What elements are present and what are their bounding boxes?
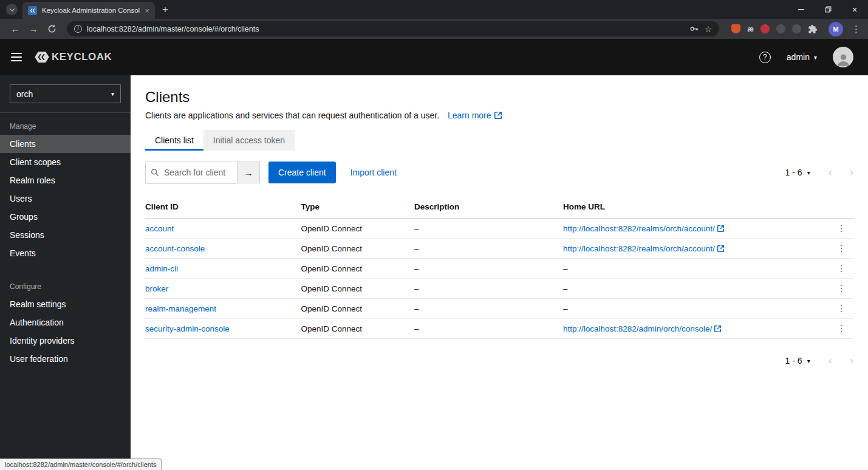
extension-icon[interactable] bbox=[792, 24, 801, 33]
password-key-icon[interactable] bbox=[689, 24, 699, 33]
pagination-range[interactable]: 1 - 6 ▾ bbox=[785, 168, 810, 177]
hamburger-menu-icon[interactable] bbox=[11, 53, 22, 61]
sidebar-item-identity-providers[interactable]: Identity providers bbox=[0, 332, 131, 350]
keycloak-favicon bbox=[28, 6, 37, 15]
extensions-row: æ bbox=[731, 24, 818, 34]
chevron-down-icon: ▾ bbox=[814, 54, 817, 61]
sidebar-item-groups[interactable]: Groups bbox=[0, 208, 131, 226]
pagination-prev-icon[interactable]: ‹ bbox=[829, 166, 832, 179]
search-group: → bbox=[145, 162, 260, 183]
client-id-link[interactable]: realm-management bbox=[145, 304, 216, 313]
extension-icon[interactable] bbox=[760, 24, 770, 33]
reload-button[interactable] bbox=[44, 24, 60, 33]
pagination-top: 1 - 6 ▾ ‹ › bbox=[785, 166, 853, 179]
tab-initial-access-token[interactable]: Initial access token bbox=[203, 130, 295, 151]
keycloak-logo-icon bbox=[34, 49, 50, 65]
chevron-down-icon: ▾ bbox=[111, 90, 114, 97]
pagination-next-icon[interactable]: › bbox=[850, 166, 853, 179]
client-id-link[interactable]: admin-cli bbox=[145, 264, 178, 273]
home-url-link[interactable]: http://localhost:8282/realms/orch/accoun… bbox=[563, 224, 724, 233]
home-url-cell: – bbox=[563, 259, 818, 279]
browser-tab[interactable]: Keycloak Administration Console × bbox=[22, 2, 155, 19]
actions-cell: ⋮ bbox=[818, 219, 853, 239]
tab-clients-list[interactable]: Clients list bbox=[145, 130, 203, 151]
sidebar-item-client-scopes[interactable]: Client scopes bbox=[0, 153, 131, 171]
realm-selector[interactable]: orch ▾ bbox=[10, 84, 121, 103]
search-arrow-button[interactable]: → bbox=[237, 162, 260, 183]
home-url-cell: – bbox=[563, 279, 818, 299]
kebab-menu-icon[interactable]: ⋮ bbox=[835, 263, 849, 273]
client-type-cell: OpenID Connect bbox=[301, 299, 415, 319]
sidebar-item-authentication[interactable]: Authentication bbox=[0, 313, 131, 332]
home-url-cell: – bbox=[563, 299, 818, 319]
actions-cell: ⋮ bbox=[818, 279, 853, 299]
extension-icon[interactable] bbox=[776, 24, 785, 33]
home-url-link[interactable]: http://localhost:8282/admin/orch/console… bbox=[563, 324, 721, 333]
client-description-cell: – bbox=[414, 299, 563, 319]
home-url-link[interactable]: http://localhost:8282/realms/orch/accoun… bbox=[563, 244, 724, 253]
sidebar-item-users[interactable]: Users bbox=[0, 189, 131, 208]
actions-cell: ⋮ bbox=[818, 259, 853, 279]
kebab-menu-icon[interactable]: ⋮ bbox=[835, 303, 849, 313]
extensions-puzzle-icon[interactable] bbox=[808, 24, 818, 34]
kebab-menu-icon[interactable]: ⋮ bbox=[835, 283, 849, 293]
browser-profile-avatar[interactable]: M bbox=[829, 22, 843, 36]
pagination-range[interactable]: 1 - 6 ▾ bbox=[785, 356, 810, 366]
client-id-cell: realm-management bbox=[145, 299, 301, 319]
help-icon[interactable]: ? bbox=[759, 52, 771, 63]
sidebar-section-label: Manage bbox=[0, 113, 131, 135]
client-type-cell: OpenID Connect bbox=[301, 259, 415, 279]
user-menu[interactable]: admin ▾ bbox=[787, 52, 817, 62]
new-tab-button[interactable]: + bbox=[162, 4, 168, 16]
client-id-link[interactable]: account bbox=[145, 224, 174, 233]
actions-cell: ⋮ bbox=[818, 319, 853, 339]
bookmark-star-icon[interactable]: ☆ bbox=[705, 24, 713, 34]
chevron-down-icon: ▾ bbox=[807, 169, 810, 176]
pagination-next-icon[interactable]: › bbox=[850, 355, 853, 367]
status-bar: localhost:8282/admin/master/console/#/or… bbox=[0, 458, 162, 470]
import-client-link[interactable]: Import client bbox=[350, 168, 397, 177]
browser-menu-icon[interactable]: ⋮ bbox=[852, 24, 861, 35]
client-type-cell: OpenID Connect bbox=[301, 279, 415, 299]
external-link-icon bbox=[714, 325, 721, 332]
sidebar-item-realm-roles[interactable]: Realm roles bbox=[0, 171, 131, 189]
kebab-menu-icon[interactable]: ⋮ bbox=[835, 243, 849, 253]
back-button[interactable]: ← bbox=[7, 24, 23, 34]
table-row: accountOpenID Connect–http://localhost:8… bbox=[145, 219, 853, 239]
site-info-icon[interactable]: i bbox=[74, 25, 82, 33]
restore-button[interactable] bbox=[815, 0, 841, 19]
sidebar-item-clients[interactable]: Clients bbox=[0, 135, 131, 153]
extension-icon[interactable] bbox=[731, 24, 740, 33]
sidebar-item-user-federation[interactable]: User federation bbox=[0, 350, 131, 368]
pagination-prev-icon[interactable]: ‹ bbox=[829, 355, 832, 367]
sidebar-item-realm-settings[interactable]: Realm settings bbox=[0, 295, 131, 313]
address-bar[interactable]: i localhost:8282/admin/master/console/#/… bbox=[67, 21, 719, 36]
keycloak-masthead: KEYCLOAK ? admin ▾ bbox=[0, 39, 868, 75]
kebab-menu-icon[interactable]: ⋮ bbox=[835, 223, 849, 233]
clients-table-body: accountOpenID Connect–http://localhost:8… bbox=[145, 219, 853, 339]
person-icon bbox=[835, 51, 852, 67]
sidebar-item-sessions[interactable]: Sessions bbox=[0, 226, 131, 244]
main-content: Clients Clients are applications and ser… bbox=[131, 75, 868, 470]
client-id-link[interactable]: account-console bbox=[145, 244, 205, 253]
create-client-button[interactable]: Create client bbox=[268, 162, 336, 183]
extension-icon[interactable]: æ bbox=[747, 25, 754, 33]
tab-close-icon[interactable]: × bbox=[145, 6, 149, 15]
client-id-cell: security-admin-console bbox=[145, 319, 301, 339]
kebab-menu-icon[interactable]: ⋮ bbox=[835, 323, 849, 333]
client-id-link[interactable]: security-admin-console bbox=[145, 324, 230, 333]
close-button[interactable]: × bbox=[841, 0, 868, 19]
client-id-link[interactable]: broker bbox=[145, 284, 168, 293]
tab-search-button[interactable] bbox=[6, 4, 18, 15]
restore-icon bbox=[825, 6, 832, 13]
client-description-cell: – bbox=[414, 259, 563, 279]
minimize-button[interactable] bbox=[788, 0, 815, 19]
actions-cell: ⋮ bbox=[818, 299, 853, 319]
forward-button[interactable]: → bbox=[26, 24, 41, 34]
column-header-home-url: Home URL bbox=[563, 196, 818, 219]
learn-more-link[interactable]: Learn more bbox=[448, 111, 502, 120]
keycloak-logo[interactable]: KEYCLOAK bbox=[34, 49, 112, 65]
sidebar-item-events[interactable]: Events bbox=[0, 244, 131, 262]
home-url-empty: – bbox=[563, 264, 568, 273]
avatar[interactable] bbox=[833, 47, 853, 67]
